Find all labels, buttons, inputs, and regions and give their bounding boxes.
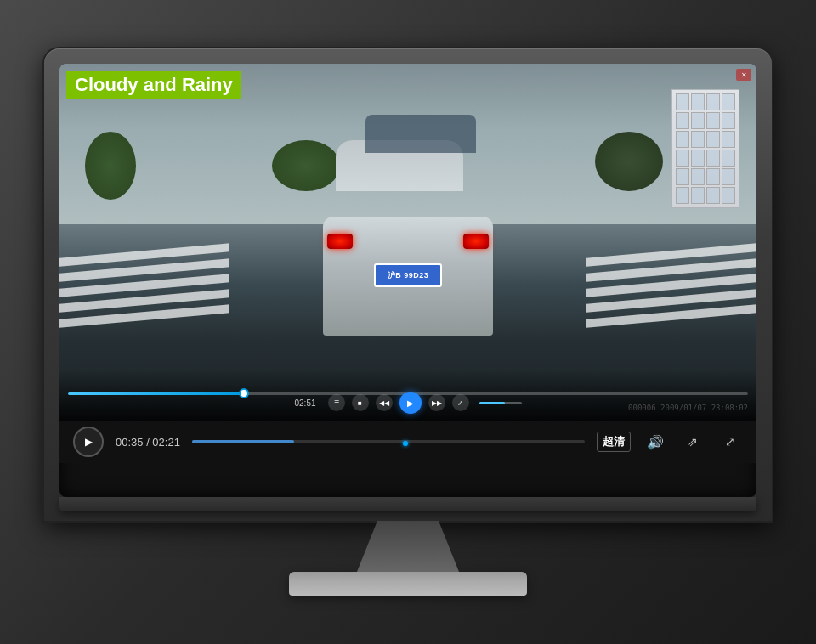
building-window [676, 168, 689, 185]
building-window [706, 93, 720, 110]
license-plate: 沪B 99D23 [374, 263, 442, 287]
mini-volume-bar[interactable] [479, 402, 522, 404]
building-window [691, 93, 705, 110]
monitor-bottom-bar [60, 497, 756, 511]
weather-label: Cloudy and Rainy [66, 71, 241, 99]
volume-button[interactable]: 🔊 [643, 429, 668, 455]
car-windshield [366, 115, 476, 153]
share-icon: ⇗ [688, 435, 698, 449]
building-windows [672, 90, 739, 207]
trees-right [595, 132, 663, 191]
close-icon: ✕ [741, 71, 747, 79]
volume-icon: 🔊 [647, 434, 664, 450]
play-icon: ▶ [85, 436, 93, 448]
mini-forward-button[interactable]: ▶▶ [428, 394, 445, 411]
building-window [722, 93, 735, 110]
play-button[interactable]: ▶ [73, 427, 104, 457]
building-window [722, 187, 735, 204]
building-window [676, 93, 689, 110]
building-window [676, 187, 689, 204]
mini-menu-button[interactable]: ☰ [328, 394, 345, 411]
monitor-screen-bezel: 沪B 99D23 Cloudy and Rainy ✕ 000006 2009/… [60, 64, 756, 497]
video-area[interactable]: 沪B 99D23 Cloudy and Rainy ✕ 000006 2009/… [60, 64, 756, 421]
building-window [691, 150, 705, 167]
car-body: 沪B 99D23 [323, 217, 493, 336]
building-window [706, 112, 720, 129]
building-window [706, 150, 720, 167]
building-window [676, 131, 689, 148]
mini-expand-button[interactable]: ⤢ [452, 394, 469, 411]
close-button[interactable]: ✕ [736, 69, 751, 81]
fullscreen-icon: ⤢ [725, 435, 735, 449]
building-window [722, 112, 735, 129]
tail-light-left [327, 234, 353, 249]
monitor-body: 沪B 99D23 Cloudy and Rainy ✕ 000006 2009/… [44, 48, 772, 521]
trees-left [85, 132, 136, 200]
monitor-stand-neck [357, 521, 459, 572]
bottom-progress-bar[interactable] [192, 440, 585, 443]
building-window [722, 150, 735, 167]
building-window [691, 131, 705, 148]
building-window [706, 131, 720, 148]
zebra-crossing-right [586, 251, 756, 353]
zebra-crossing-left [60, 251, 230, 353]
building-window [691, 187, 705, 204]
monitor-wrapper: 沪B 99D23 Cloudy and Rainy ✕ 000006 2009/… [44, 48, 772, 596]
mini-controls-row: 02:51 ☰ ■ ◀◀ ▶ ▶▶ ⤢ [60, 392, 756, 414]
building-window [722, 131, 735, 148]
mini-volume-fill [479, 402, 505, 404]
car: 沪B 99D23 [314, 183, 502, 336]
share-button[interactable]: ⇗ [680, 429, 706, 455]
quality-badge[interactable]: 超清 [597, 432, 631, 452]
mid-controls-overlay: 02:51 ☰ ■ ◀◀ ▶ ▶▶ ⤢ [60, 370, 756, 421]
mini-time: 02:51 [294, 398, 315, 408]
mini-rewind-button[interactable]: ◀◀ [376, 394, 393, 411]
building-right [672, 89, 740, 208]
building-window [691, 112, 705, 129]
control-bar: ▶ 00:35 / 02:21 超清 🔊 ⇗ ⤢ [60, 421, 756, 463]
time-display: 00:35 / 02:21 [116, 436, 180, 449]
fullscreen-button[interactable]: ⤢ [717, 429, 743, 455]
monitor-stand-base [289, 572, 527, 596]
mini-play-button[interactable]: ▶ [400, 392, 422, 414]
building-window [691, 168, 705, 185]
building-window [706, 187, 720, 204]
bottom-progress-fill [192, 440, 294, 443]
building-window [676, 150, 689, 167]
building-window [676, 112, 689, 129]
car-roof [336, 140, 463, 191]
building-window [706, 168, 720, 185]
mini-stop-button[interactable]: ■ [352, 394, 369, 411]
tail-light-right [463, 234, 489, 249]
power-light [403, 441, 408, 446]
building-window [722, 168, 735, 185]
